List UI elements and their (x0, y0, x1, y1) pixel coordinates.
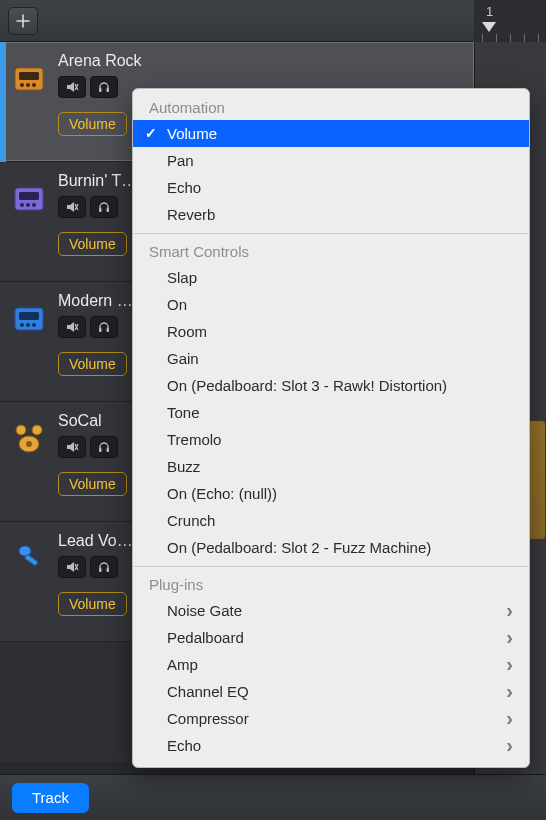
menu-item[interactable]: On (Echo: (null)) (133, 480, 529, 507)
menu-item[interactable]: Reverb (133, 201, 529, 228)
timeline-ruler[interactable]: 1 (474, 0, 546, 42)
mute-button[interactable] (58, 76, 86, 98)
menu-item-label: Noise Gate (167, 602, 242, 619)
svg-rect-31 (24, 554, 38, 566)
menu-item[interactable]: Channel EQ› (133, 678, 529, 705)
headphones-icon (97, 440, 111, 454)
automation-parameter-menu[interactable]: Automation✓VolumePanEchoReverbSmart Cont… (132, 88, 530, 768)
mute-icon (65, 560, 79, 574)
menu-item-label: Reverb (167, 206, 215, 223)
menu-item[interactable]: Room (133, 318, 529, 345)
menu-item[interactable]: On (133, 291, 529, 318)
svg-rect-16 (107, 208, 110, 212)
menu-item[interactable]: Gain (133, 345, 529, 372)
menu-item[interactable]: Compressor› (133, 705, 529, 732)
mute-button[interactable] (58, 556, 86, 578)
menu-item[interactable]: Buzz (133, 453, 529, 480)
menu-item[interactable]: Amp› (133, 651, 529, 678)
track-name-label: Arena Rock (58, 52, 464, 70)
track-tab-button[interactable]: Track (12, 783, 89, 813)
menu-item[interactable]: Pan (133, 147, 529, 174)
menu-separator (133, 566, 529, 567)
menu-item-label: Gain (167, 350, 199, 367)
menu-item[interactable]: Noise Gate› (133, 597, 529, 624)
svg-rect-9 (107, 88, 110, 92)
mute-button[interactable] (58, 196, 86, 218)
solo-button[interactable] (90, 196, 118, 218)
svg-rect-28 (99, 448, 102, 452)
solo-button[interactable] (90, 76, 118, 98)
topbar (0, 0, 546, 42)
menu-item-label: Crunch (167, 512, 215, 529)
playhead-icon[interactable] (482, 22, 496, 32)
chevron-right-icon: › (496, 680, 513, 703)
svg-rect-22 (99, 328, 102, 332)
svg-point-7 (32, 83, 36, 87)
svg-rect-18 (19, 312, 39, 320)
menu-item-label: Tone (167, 404, 200, 421)
chevron-right-icon: › (496, 599, 513, 622)
menu-item[interactable]: Crunch (133, 507, 529, 534)
svg-rect-15 (99, 208, 102, 212)
automation-parameter-button[interactable]: Volume (58, 592, 127, 616)
mute-icon (65, 200, 79, 214)
menu-item-label: On (167, 296, 187, 313)
menu-item-label: Room (167, 323, 207, 340)
menu-item-label: Slap (167, 269, 197, 286)
headphones-icon (97, 80, 111, 94)
amp-icon (12, 62, 46, 96)
automation-parameter-button[interactable]: Volume (58, 472, 127, 496)
svg-point-24 (16, 425, 26, 435)
svg-rect-33 (107, 568, 110, 572)
menu-item[interactable]: On (Pedalboard: Slot 3 - Rawk! Distortio… (133, 372, 529, 399)
automation-parameter-label: Volume (69, 476, 116, 492)
solo-button[interactable] (90, 556, 118, 578)
menu-item[interactable]: Tremolo (133, 426, 529, 453)
menu-section-title: Smart Controls (133, 239, 529, 264)
automation-parameter-button[interactable]: Volume (58, 112, 127, 136)
svg-point-30 (19, 546, 31, 556)
menu-item[interactable]: ✓Volume (133, 120, 529, 147)
menu-item[interactable]: Pedalboard› (133, 624, 529, 651)
selected-track-edge (0, 42, 6, 162)
headphones-icon (97, 560, 111, 574)
automation-parameter-button[interactable]: Volume (58, 352, 127, 376)
menu-item[interactable]: Slap (133, 264, 529, 291)
add-track-button[interactable] (8, 7, 38, 35)
drumkit-icon (11, 422, 47, 454)
ruler-bar-number: 1 (486, 4, 493, 19)
svg-point-13 (26, 203, 30, 207)
solo-button[interactable] (90, 316, 118, 338)
track-tab-label: Track (32, 789, 69, 806)
solo-button[interactable] (90, 436, 118, 458)
menu-item[interactable]: Tone (133, 399, 529, 426)
automation-parameter-button[interactable]: Volume (58, 232, 127, 256)
svg-point-27 (26, 441, 32, 447)
chevron-right-icon: › (496, 707, 513, 730)
menu-item[interactable]: Echo (133, 174, 529, 201)
svg-rect-8 (99, 88, 102, 92)
menu-item-label: Buzz (167, 458, 200, 475)
mute-button[interactable] (58, 436, 86, 458)
menu-item-label: Channel EQ (167, 683, 249, 700)
menu-section-title: Automation (133, 95, 529, 120)
svg-point-19 (20, 323, 24, 327)
svg-rect-11 (19, 192, 39, 200)
menu-item[interactable]: Echo› (133, 732, 529, 759)
svg-rect-4 (19, 72, 39, 80)
bottom-bar: Track (0, 774, 546, 820)
svg-point-12 (20, 203, 24, 207)
menu-item-label: Echo (167, 737, 201, 754)
menu-item-label: On (Echo: (null)) (167, 485, 277, 502)
automation-parameter-label: Volume (69, 116, 116, 132)
mute-icon (65, 80, 79, 94)
menu-item[interactable]: On (Pedalboard: Slot 2 - Fuzz Machine) (133, 534, 529, 561)
automation-parameter-label: Volume (69, 596, 116, 612)
svg-rect-29 (107, 448, 110, 452)
menu-item-label: Echo (167, 179, 201, 196)
svg-point-6 (26, 83, 30, 87)
menu-item-label: Amp (167, 656, 198, 673)
automation-parameter-label: Volume (69, 236, 116, 252)
mute-button[interactable] (58, 316, 86, 338)
mute-icon (65, 320, 79, 334)
